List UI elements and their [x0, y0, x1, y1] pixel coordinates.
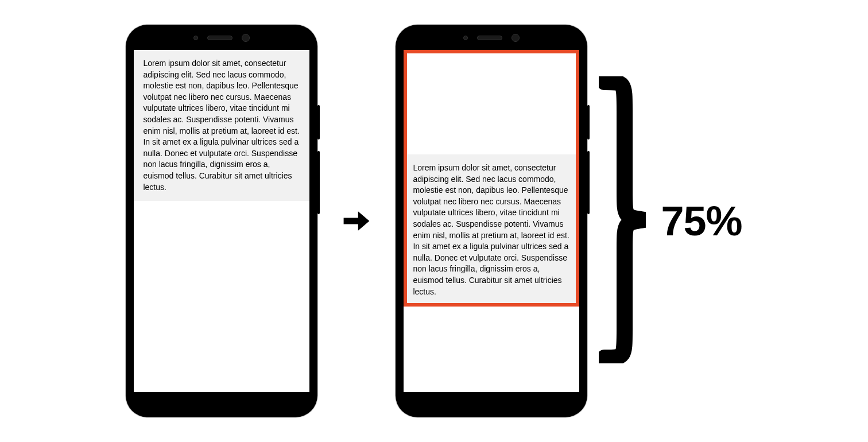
percent-label: 75%	[661, 197, 742, 245]
power-button-icon	[587, 105, 590, 139]
content-text-after: Lorem ipsum dolor sit amet, consectetur …	[404, 154, 579, 305]
phone-screen-before: Lorem ipsum dolor sit amet, consectetur …	[134, 50, 309, 392]
speaker-icon	[477, 36, 502, 40]
phone-mockup-after: Lorem ipsum dolor sit amet, consectetur …	[396, 25, 587, 417]
phone-mockup-before: Lorem ipsum dolor sit amet, consectetur …	[126, 25, 317, 417]
sensor-dot-icon	[463, 36, 468, 40]
volume-button-icon	[317, 151, 320, 214]
curly-brace-right-icon	[599, 76, 650, 366]
volume-button-icon	[587, 151, 590, 214]
phone-screen-after: Lorem ipsum dolor sit amet, consectetur …	[404, 50, 579, 392]
camera-icon	[242, 34, 250, 42]
brace-annotation: 75%	[599, 77, 742, 365]
phone-sensors	[463, 34, 520, 42]
content-text-before: Lorem ipsum dolor sit amet, consectetur …	[134, 50, 309, 201]
phone-sensors	[193, 34, 250, 42]
viewport-shift-diagram: Lorem ipsum dolor sit amet, consectetur …	[126, 25, 742, 417]
camera-icon	[512, 34, 520, 42]
arrow-right-icon	[340, 205, 373, 237]
speaker-icon	[207, 36, 232, 40]
sensor-dot-icon	[193, 36, 198, 40]
power-button-icon	[317, 105, 320, 139]
